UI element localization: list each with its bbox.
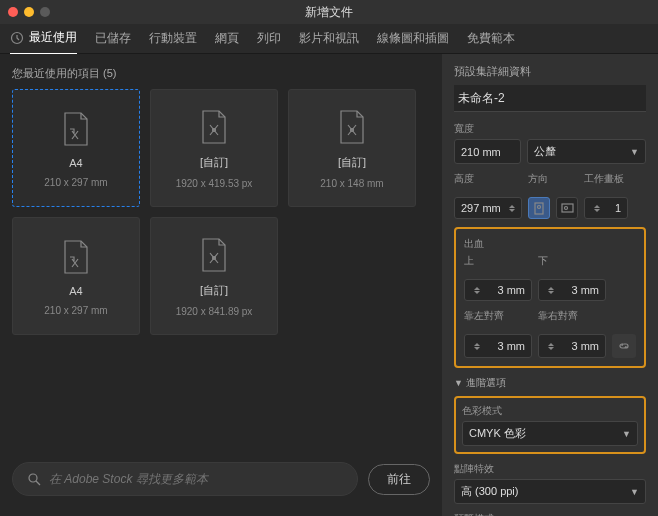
tab-recent[interactable]: 最近使用 xyxy=(10,22,77,55)
template-card[interactable]: [自訂] 1920 x 841.89 px xyxy=(150,217,278,335)
template-card[interactable]: [自訂] 1920 x 419.53 px xyxy=(150,89,278,207)
templates-grid: A4 210 x 297 mm [自訂] 1920 x 419.53 px [自… xyxy=(12,89,430,335)
category-tabs: 最近使用 已儲存 行動裝置 網頁 列印 影片和視訊 線條圖和插圖 免費範本 xyxy=(0,24,658,54)
tab-print[interactable]: 列印 xyxy=(257,23,281,54)
artboards-label: 工作畫板 xyxy=(584,172,624,186)
raster-select[interactable]: 高 (300 ppi)▼ xyxy=(454,479,646,504)
orientation-label: 方向 xyxy=(528,172,578,186)
templates-panel: 您最近使用的項目 (5) A4 210 x 297 mm [自訂] 1920 x… xyxy=(0,54,442,516)
titlebar: 新增文件 xyxy=(0,0,658,24)
chevron-down-icon: ▼ xyxy=(622,429,631,439)
stepper-icon xyxy=(509,205,515,212)
colormode-select[interactable]: CMYK 色彩▼ xyxy=(462,421,638,446)
bleed-top-label: 上 xyxy=(464,254,532,268)
window-controls xyxy=(8,7,50,17)
orientation-portrait[interactable] xyxy=(528,197,550,219)
bleed-right-label: 靠右對齊 xyxy=(538,309,606,323)
search-box[interactable] xyxy=(12,462,358,496)
tab-video[interactable]: 影片和視訊 xyxy=(299,23,359,54)
custom-icon xyxy=(198,107,230,147)
bleed-left-label: 靠左對齊 xyxy=(464,309,532,323)
search-row: 前往 xyxy=(12,454,430,504)
custom-icon xyxy=(198,235,230,275)
template-title: [自訂] xyxy=(338,155,366,170)
bleed-bottom-field[interactable]: 3 mm xyxy=(538,279,606,301)
bleed-section: 出血 上 下 3 mm 3 mm 靠左對齊 靠右對齊 3 mm 3 mm xyxy=(454,227,646,368)
bleed-label: 出血 xyxy=(464,237,636,251)
maximize-window-icon[interactable] xyxy=(40,7,50,17)
template-title: [自訂] xyxy=(200,155,228,170)
close-window-icon[interactable] xyxy=(8,7,18,17)
minimize-window-icon[interactable] xyxy=(24,7,34,17)
page-icon xyxy=(60,237,92,277)
page-icon xyxy=(60,109,92,149)
preset-name-input[interactable] xyxy=(454,85,646,112)
template-card[interactable]: A4 210 x 297 mm xyxy=(12,89,140,207)
height-field[interactable]: 297 mm xyxy=(454,197,522,219)
details-panel: 預設集詳細資料 寬度 210 mm 公釐▼ 高度 方向 工作畫板 297 mm … xyxy=(442,54,658,516)
color-mode-section: 色彩模式 CMYK 色彩▼ xyxy=(454,396,646,454)
template-card[interactable]: A4 210 x 297 mm xyxy=(12,217,140,335)
link-bleed-icon[interactable] xyxy=(612,334,636,358)
bleed-bottom-label: 下 xyxy=(538,254,606,268)
template-size: 1920 x 841.89 px xyxy=(176,306,253,317)
recent-items-label: 您最近使用的項目 (5) xyxy=(12,66,430,81)
preview-label: 預覽模式 xyxy=(454,512,646,516)
bleed-left-field[interactable]: 3 mm xyxy=(464,334,532,358)
chevron-down-icon: ▼ xyxy=(630,487,639,497)
details-header: 預設集詳細資料 xyxy=(454,64,646,79)
template-title: A4 xyxy=(69,285,82,297)
template-size: 210 x 297 mm xyxy=(44,177,107,188)
template-card[interactable]: [自訂] 210 x 148 mm xyxy=(288,89,416,207)
chevron-down-icon: ▼ xyxy=(454,378,463,388)
template-size: 210 x 148 mm xyxy=(320,178,383,189)
tab-saved[interactable]: 已儲存 xyxy=(95,23,131,54)
colormode-label: 色彩模式 xyxy=(462,404,638,418)
width-label: 寬度 xyxy=(454,122,646,136)
height-label: 高度 xyxy=(454,172,522,186)
advanced-toggle[interactable]: ▼進階選項 xyxy=(454,376,646,390)
tab-web[interactable]: 網頁 xyxy=(215,23,239,54)
bleed-top-field[interactable]: 3 mm xyxy=(464,279,532,301)
custom-icon xyxy=(336,107,368,147)
template-title: [自訂] xyxy=(200,283,228,298)
template-size: 1920 x 419.53 px xyxy=(176,178,253,189)
tab-mobile[interactable]: 行動裝置 xyxy=(149,23,197,54)
units-select[interactable]: 公釐▼ xyxy=(527,139,646,164)
search-input[interactable] xyxy=(49,472,343,486)
window-title: 新增文件 xyxy=(305,4,353,21)
width-field[interactable]: 210 mm xyxy=(454,139,521,164)
bleed-right-field[interactable]: 3 mm xyxy=(538,334,606,358)
artboards-field[interactable]: 1 xyxy=(584,197,628,219)
stepper-icon xyxy=(594,205,600,212)
raster-label: 點陣特效 xyxy=(454,462,646,476)
go-button[interactable]: 前往 xyxy=(368,464,430,495)
search-icon xyxy=(27,472,41,486)
svg-point-4 xyxy=(29,474,37,482)
orientation-landscape[interactable] xyxy=(556,197,578,219)
tab-art[interactable]: 線條圖和插圖 xyxy=(377,23,449,54)
chevron-down-icon: ▼ xyxy=(630,147,639,157)
svg-point-6 xyxy=(538,205,541,208)
tab-free-templates[interactable]: 免費範本 xyxy=(467,23,515,54)
svg-point-8 xyxy=(564,207,567,210)
clock-icon xyxy=(10,31,24,45)
template-size: 210 x 297 mm xyxy=(44,305,107,316)
template-title: A4 xyxy=(69,157,82,169)
